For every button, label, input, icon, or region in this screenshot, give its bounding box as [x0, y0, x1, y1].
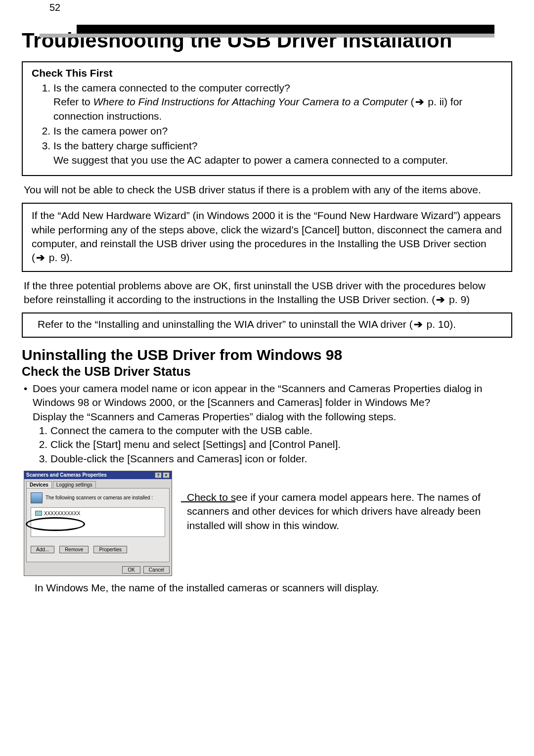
step-2: Click the [Start] menu and select [Setti…	[50, 438, 514, 451]
check-item-1-q: Is the camera connected to the computer …	[53, 82, 290, 93]
bullet-sub-text: Display the “Scanners and Cameras Proper…	[33, 411, 396, 422]
arrow-icon	[413, 318, 424, 330]
dialog-footer-buttons: OK Cancel	[24, 564, 172, 576]
check-first-list: Is the camera connected to the computer …	[32, 81, 502, 167]
arrow-icon	[435, 294, 446, 305]
windows-me-note: In Windows Me, the name of the installed…	[35, 581, 510, 595]
properties-button[interactable]: Properties	[93, 546, 127, 553]
figure-caption: Check to see if your camera model appear…	[187, 471, 510, 533]
dialog-titlebar: Scanners and Cameras Properties ? ×	[24, 471, 172, 479]
check-item-3-q: Is the battery charge sufficient?	[53, 140, 197, 151]
check-item-2-q: Is the camera power on?	[53, 125, 168, 136]
dialog-mid-buttons: Add... Remove Properties	[31, 546, 165, 553]
check-item-2: Is the camera power on?	[53, 124, 502, 138]
dialog-help-button[interactable]: ?	[155, 472, 162, 478]
arrow-icon	[414, 96, 425, 107]
check-item-1: Is the camera connected to the computer …	[53, 81, 502, 123]
bullet-question: Does your camera model name or icon appe…	[33, 382, 510, 424]
scanners-cameras-dialog: Scanners and Cameras Properties ? × Devi…	[24, 471, 172, 576]
step-1: Connect the camera to the computer with …	[50, 424, 514, 438]
dialog-title-text: Scanners and Cameras Properties	[26, 472, 107, 478]
wia-note-text: Refer to the “Installing and uninstallin…	[38, 318, 456, 330]
device-list-item[interactable]: XXXXXXXXXXX	[35, 511, 161, 516]
camera-item-icon	[35, 511, 42, 516]
check-item-1-refer-italic: Where to Find Instructions for Attaching…	[93, 96, 408, 107]
tab-devices[interactable]: Devices	[26, 481, 52, 488]
subsection-check-status-heading: Check the USB Driver Status	[22, 364, 512, 379]
header-black-strip	[77, 25, 494, 34]
wia-note-box: Refer to the “Installing and uninstallin…	[22, 312, 512, 337]
figure-row: Scanners and Cameras Properties ? × Devi…	[24, 471, 510, 576]
add-button[interactable]: Add...	[31, 546, 54, 553]
wizard-note-text: If the “Add New Hardware Wizard” (in Win…	[32, 210, 502, 263]
manual-page: 52 Troubleshooting the USB Driver Instal…	[0, 0, 534, 756]
header-gray-strip	[40, 34, 494, 38]
arrow-icon	[35, 252, 46, 263]
ok-button[interactable]: OK	[122, 566, 140, 574]
step-3: Double-click the [Scanners and Cameras] …	[50, 452, 514, 466]
page-number: 52	[49, 2, 60, 13]
callout-leader-line	[181, 501, 235, 502]
dialog-close-button[interactable]: ×	[163, 472, 170, 478]
display-steps-list: Connect the camera to the computer with …	[20, 424, 514, 466]
remove-button[interactable]: Remove	[59, 546, 89, 553]
wizard-note-box: If the “Add New Hardware Wizard” (in Win…	[22, 203, 512, 271]
section-uninstall-heading: Uninstalling the USB Driver from Windows…	[22, 347, 512, 363]
tab-logging-settings[interactable]: Logging settings	[53, 481, 96, 488]
check-first-heading: Check This First	[32, 67, 502, 79]
dialog-body-header: The following scanners or cameras are in…	[31, 492, 165, 503]
device-listbox[interactable]: XXXXXXXXXXX	[31, 507, 165, 537]
para-uninstall-first: If the three potential problems above ar…	[24, 279, 510, 307]
check-item-1-refer-pre: Refer to	[53, 96, 93, 107]
dialog-tabs: Devices Logging settings	[24, 479, 172, 488]
device-list-item-label: XXXXXXXXXXX	[44, 511, 80, 516]
dialog-body-text: The following scanners or cameras are in…	[45, 495, 153, 500]
page-header: 52	[20, 0, 514, 18]
para-status-warning: You will not be able to check the USB dr…	[24, 183, 510, 197]
check-item-3-note: We suggest that you use the AC adapter t…	[53, 154, 448, 166]
camera-scanner-icon	[31, 492, 43, 503]
cancel-button[interactable]: Cancel	[143, 566, 170, 574]
bullet-question-text: Does your camera model name or icon appe…	[33, 383, 482, 408]
check-item-3: Is the battery charge sufficient? We sug…	[53, 139, 502, 167]
check-this-first-box: Check This First Is the camera connected…	[22, 61, 512, 176]
dialog-body: The following scanners or cameras are in…	[26, 488, 170, 562]
